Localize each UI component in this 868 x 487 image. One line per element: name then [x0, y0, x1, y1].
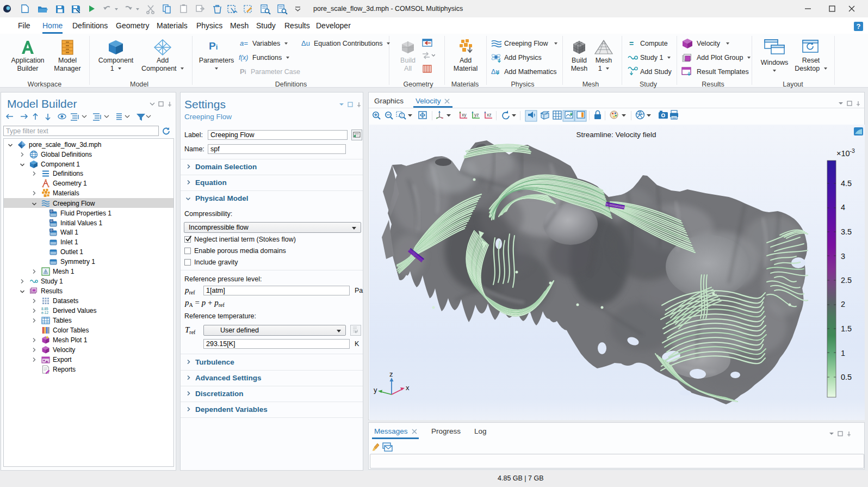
svg-text:D: D	[51, 219, 53, 223]
svg-text:x: x	[406, 384, 410, 392]
svg-text:8.85: 8.85	[41, 307, 48, 311]
svg-text:e-12: e-12	[41, 311, 48, 315]
svg-text:2.5: 2.5	[841, 276, 852, 285]
svg-text:4: 4	[841, 203, 845, 212]
svg-text:2: 2	[841, 300, 845, 309]
svg-text:3.5: 3.5	[841, 227, 852, 236]
svg-text:3: 3	[841, 252, 845, 261]
svg-text:xy: xy	[462, 112, 467, 118]
svg-text:4.5: 4.5	[841, 179, 852, 188]
svg-text:1: 1	[841, 349, 845, 357]
svg-text:z: z	[389, 370, 393, 378]
svg-text:D: D	[51, 229, 53, 232]
svg-text:0.5: 0.5	[841, 373, 852, 381]
svg-text:Streamline: Velocity field: Streamline: Velocity field	[576, 131, 656, 139]
svg-text:xz: xz	[487, 112, 492, 118]
svg-text:D: D	[51, 209, 53, 213]
svg-text:yz: yz	[474, 112, 479, 118]
svg-text:1.5: 1.5	[841, 324, 852, 333]
svg-text:y: y	[374, 386, 377, 394]
